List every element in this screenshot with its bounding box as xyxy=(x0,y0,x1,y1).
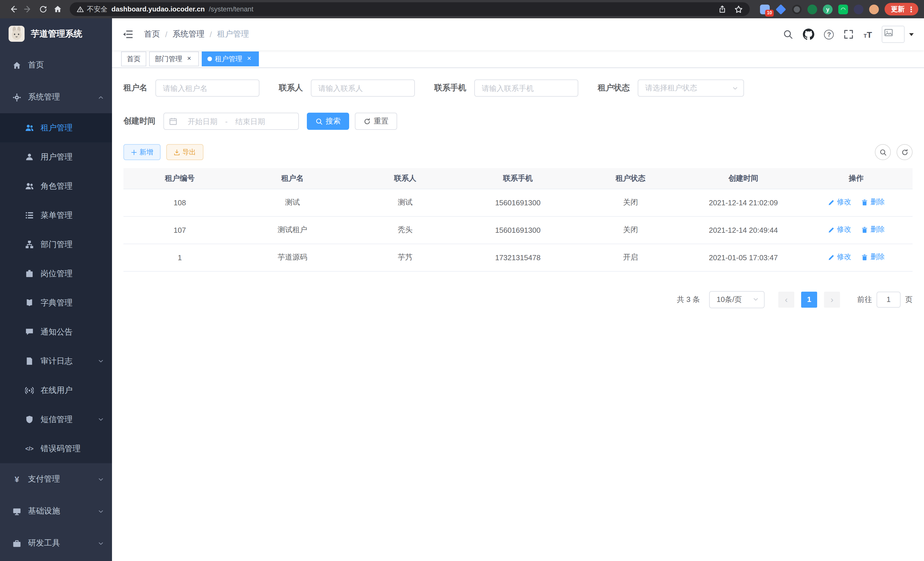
pagination: 共 3 条 10条/页 ‹ 1 › 前往 页 xyxy=(123,291,913,308)
fullscreen-icon[interactable] xyxy=(844,29,854,39)
edit-link[interactable]: 修改 xyxy=(828,253,851,262)
date-end-input[interactable] xyxy=(228,117,273,126)
tenant-name-label: 租户名 xyxy=(123,83,147,93)
bookmark-star-icon[interactable] xyxy=(734,5,743,14)
reload-icon[interactable] xyxy=(35,2,50,17)
sidebar-item-menu-management[interactable]: 菜单管理 xyxy=(0,201,112,230)
tab-home[interactable]: 首页 xyxy=(121,51,146,66)
col-tenant-id: 租户编号 xyxy=(123,168,236,189)
extension-yuque-icon[interactable]: y xyxy=(823,4,832,14)
filter-create-time: 创建时间 - xyxy=(123,113,299,130)
refresh-table-button[interactable] xyxy=(897,144,913,160)
col-actions: 操作 xyxy=(800,168,913,189)
tab-dept-management[interactable]: 部门管理 × xyxy=(149,51,199,66)
user-avatar-dropdown[interactable] xyxy=(882,26,914,43)
filter-contact: 联系人 xyxy=(279,80,415,97)
security-status[interactable]: 不安全 xyxy=(76,4,107,14)
table-header-row: 租户编号 租户名 联系人 联系手机 租户状态 创建时间 操作 xyxy=(123,168,913,189)
tab-tenant-management[interactable]: 租户管理 × xyxy=(202,51,259,66)
extension-dark-circle-icon[interactable] xyxy=(792,4,802,14)
sidebar-item-sms-management[interactable]: 短信管理 xyxy=(0,405,112,434)
tenant-table: 租户编号 租户名 联系人 联系手机 租户状态 创建时间 操作 108 测试 测试… xyxy=(123,168,913,271)
user-icon xyxy=(25,153,34,161)
page-size-select[interactable]: 10条/页 xyxy=(709,291,765,308)
header-search-icon[interactable] xyxy=(783,29,794,39)
next-page-button[interactable]: › xyxy=(824,291,840,307)
online-signal-icon xyxy=(25,386,34,395)
extension-diamond-icon[interactable] xyxy=(776,4,786,15)
sidebar-item-system-management[interactable]: 系统管理 xyxy=(0,81,112,113)
edit-link[interactable]: 修改 xyxy=(828,225,851,235)
extension-with-badge[interactable]: 10 xyxy=(760,4,770,14)
help-icon[interactable]: ? xyxy=(824,29,834,39)
delete-link[interactable]: 删除 xyxy=(861,225,885,235)
breadcrumb-system[interactable]: 系统管理 xyxy=(172,29,205,39)
breadcrumb-current: 租户管理 xyxy=(217,29,249,39)
col-status: 租户状态 xyxy=(574,168,687,189)
sidebar-item-label: 用户管理 xyxy=(40,152,73,162)
close-icon[interactable]: × xyxy=(245,55,253,63)
sidebar-item-payment[interactable]: ¥ 支付管理 xyxy=(0,463,112,495)
sidebar-item-notice[interactable]: 通知公告 xyxy=(0,317,112,347)
sidebar-item-tenant-management[interactable]: 租户管理 xyxy=(0,113,112,142)
chevron-down-icon xyxy=(98,358,104,364)
search-button[interactable]: 搜索 xyxy=(307,113,349,130)
tenant-name-input[interactable] xyxy=(155,80,260,97)
toggle-search-button[interactable] xyxy=(875,144,891,160)
phone-input[interactable] xyxy=(474,80,578,97)
page-1-button[interactable]: 1 xyxy=(801,291,817,307)
forward-icon[interactable] xyxy=(21,2,35,17)
sidebar-item-post-management[interactable]: 岗位管理 xyxy=(0,259,112,288)
sidebar-item-audit-log[interactable]: 审计日志 xyxy=(0,347,112,376)
sidebar-item-online-users[interactable]: 在线用户 xyxy=(0,376,112,405)
date-range-picker[interactable]: - xyxy=(164,113,299,130)
address-bar[interactable]: 不安全 dashboard.yudao.iocoder.cn/system/te… xyxy=(70,2,750,16)
extension-green-circle-icon[interactable] xyxy=(807,4,817,14)
extensions-area: 10 y ◠ xyxy=(760,4,879,14)
github-icon[interactable] xyxy=(803,29,814,40)
add-button[interactable]: 新增 xyxy=(123,144,160,160)
edit-link[interactable]: 修改 xyxy=(828,198,851,207)
browser-menu-dots-icon[interactable]: ⋮ xyxy=(908,5,915,13)
sidebar-item-label: 通知公告 xyxy=(40,327,73,337)
export-button[interactable]: 导出 xyxy=(166,144,203,160)
date-start-input[interactable] xyxy=(180,117,225,126)
extension-wechat-icon[interactable]: ◠ xyxy=(838,4,848,14)
share-icon[interactable] xyxy=(718,5,726,13)
back-icon[interactable] xyxy=(6,2,21,17)
trash-icon xyxy=(861,254,868,261)
sidebar-item-error-code[interactable]: </> 错误码管理 xyxy=(0,434,112,463)
yen-icon: ¥ xyxy=(13,475,21,484)
sidebar-item-dept-management[interactable]: 部门管理 xyxy=(0,230,112,259)
sidebar-collapse-icon[interactable] xyxy=(122,29,134,40)
sidebar-item-dict-management[interactable]: 字典管理 xyxy=(0,288,112,317)
sidebar-item-label: 租户管理 xyxy=(40,123,73,133)
post-badge-icon xyxy=(25,269,34,278)
delete-link[interactable]: 删除 xyxy=(861,253,885,262)
prev-page-button[interactable]: ‹ xyxy=(778,291,794,307)
goto-page-input[interactable] xyxy=(877,291,901,307)
sidebar-item-role-management[interactable]: 角色管理 xyxy=(0,171,112,201)
page-unit-label: 页 xyxy=(905,294,913,305)
trash-icon xyxy=(861,199,868,206)
sidebar-item-label: 岗位管理 xyxy=(40,268,73,279)
sidebar-item-home[interactable]: 首页 xyxy=(0,49,112,81)
delete-link[interactable]: 删除 xyxy=(861,198,885,207)
sidebar-item-user-management[interactable]: 用户管理 xyxy=(0,142,112,171)
browser-update-button[interactable]: 更新 ⋮ xyxy=(885,3,918,15)
breadcrumb-home[interactable]: 首页 xyxy=(144,29,160,39)
status-select[interactable]: 请选择租户状态 xyxy=(638,80,744,97)
app-logo[interactable]: 芋道管理系统 xyxy=(0,18,112,49)
contact-input[interactable] xyxy=(311,80,415,97)
font-size-icon[interactable]: TT xyxy=(864,29,872,39)
contact-label: 联系人 xyxy=(279,83,303,93)
home-nav-icon[interactable] xyxy=(50,2,65,17)
sidebar-item-label: 部门管理 xyxy=(40,239,73,250)
reset-button[interactable]: 重置 xyxy=(355,113,397,130)
sidebar-item-dev-tools[interactable]: 研发工具 xyxy=(0,527,112,559)
cell-tenant-id: 1 xyxy=(123,244,236,271)
sidebar-item-infrastructure[interactable]: 基础设施 xyxy=(0,495,112,527)
close-icon[interactable]: × xyxy=(185,55,193,63)
extension-pinwheel-icon[interactable] xyxy=(854,4,863,14)
profile-avatar-icon[interactable] xyxy=(869,4,879,14)
